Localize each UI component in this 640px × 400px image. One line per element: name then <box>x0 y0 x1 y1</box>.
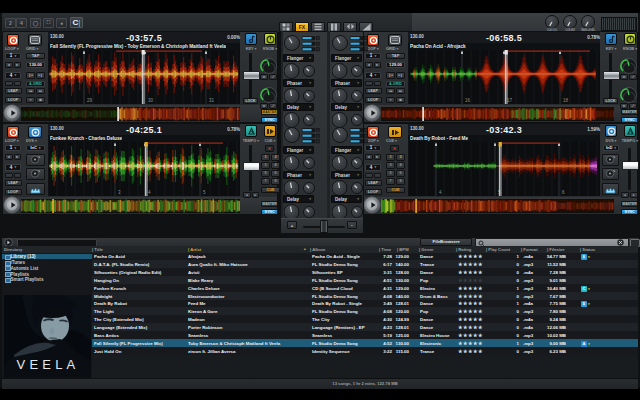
svg-text:6: 6 <box>562 190 565 195</box>
svg-text:5: 5 <box>203 190 206 195</box>
svg-text:29: 29 <box>87 98 93 103</box>
svg-text:18: 18 <box>563 98 569 103</box>
svg-text:16: 16 <box>465 98 471 103</box>
svg-text:3: 3 <box>118 190 121 195</box>
svg-text:VEELA: VEELA <box>17 357 80 372</box>
svg-text:17: 17 <box>507 98 513 103</box>
svg-text:4: 4 <box>148 190 151 195</box>
svg-text:4: 4 <box>439 190 442 195</box>
svg-text:31: 31 <box>209 98 215 103</box>
svg-text:30: 30 <box>148 98 154 103</box>
